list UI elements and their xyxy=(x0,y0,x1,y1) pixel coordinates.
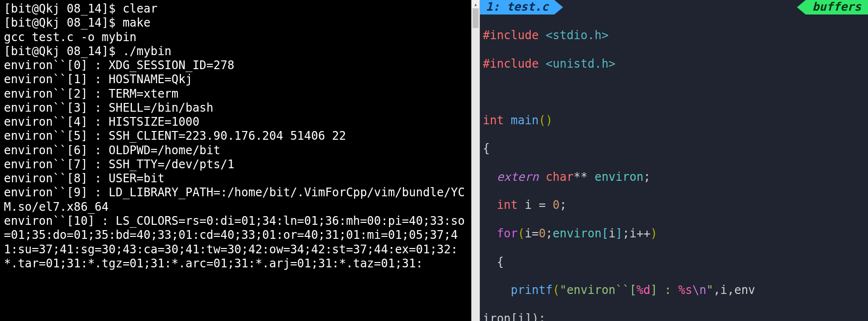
identifier: environ xyxy=(594,170,643,184)
shell-prompt: [bit@Qkj 08_14]$ xyxy=(4,16,123,29)
terminal-command-line: [bit@Qkj 08_14]$ make xyxy=(4,16,467,30)
include-header: <stdio.h> xyxy=(546,29,608,42)
function-name: main xyxy=(511,114,539,127)
number-literal: 0 xyxy=(553,198,560,212)
shell-command: make xyxy=(123,16,151,29)
type-keyword: char xyxy=(546,170,574,184)
string-literal: "environ``[ xyxy=(560,283,637,297)
terminal-output-line: environ``[1] : HOSTNAME=Qkj xyxy=(4,73,467,87)
terminal-output-line: environ``[7] : SSH_TTY=/dev/pts/1 xyxy=(4,158,467,172)
terminal-command-line: [bit@Qkj 08_14]$ clear xyxy=(4,2,467,16)
type-keyword: int xyxy=(483,114,504,127)
equals: = xyxy=(539,198,546,212)
for-keyword: for xyxy=(497,227,518,240)
terminal-output-line: environ``[8] : USER=bit xyxy=(4,172,467,186)
terminal-output-line: environ``[4] : HISTSIZE=1000 xyxy=(4,115,467,129)
buffers-indicator[interactable]: buffers xyxy=(806,0,868,15)
identifier: environ xyxy=(553,227,602,240)
terminal-output-line: environ``[5] : SSH_CLIENT=223.90.176.204… xyxy=(4,129,467,143)
editor-pane[interactable]: 1: test.c buffers #include <stdio.h> #in… xyxy=(480,0,868,321)
identifier: i xyxy=(525,227,532,240)
scrollbar-thumb[interactable] xyxy=(473,9,478,28)
string-literal: ] : xyxy=(651,283,679,297)
shell-command: ./mybin xyxy=(123,44,172,58)
terminal-output-line: gcc test.c -o mybin xyxy=(4,30,467,44)
format-specifier: %d xyxy=(637,283,651,297)
include-header: <unistd.h> xyxy=(546,57,616,71)
include-keyword: #include xyxy=(483,57,539,71)
tab-label: 1: test.c xyxy=(486,0,549,14)
escape-sequence: \n xyxy=(693,283,707,297)
terminal-output-line: environ``[2] : TERM=xterm xyxy=(4,87,467,101)
pointer-stars: ** xyxy=(574,170,588,184)
type-keyword: int xyxy=(497,198,518,212)
terminal-output-line: environ``[3] : SHELL=/bin/bash xyxy=(4,101,467,115)
format-specifier: %s xyxy=(679,283,693,297)
vertical-scrollbar[interactable]: ▴ xyxy=(471,0,480,321)
shell-prompt: [bit@Qkj 08_14]$ xyxy=(4,2,123,15)
number-literal: 0 xyxy=(539,227,546,240)
terminal-pane[interactable]: [bit@Qkj 08_14]$ clear[bit@Qkj 08_14]$ m… xyxy=(0,0,471,321)
tab-test-c[interactable]: 1: test.c xyxy=(480,0,554,15)
string-literal: " xyxy=(706,283,713,297)
terminal-output-line: environ``[6] : OLDPWD=/home/bit xyxy=(4,144,467,158)
terminal-output-line: environ``[0] : XDG_SESSION_ID=278 xyxy=(4,58,467,73)
wrapped-code: iron[i]); xyxy=(483,312,546,321)
terminal-output-line: environ``[10] : LS_COLORS=rs=0:di=01;34:… xyxy=(4,214,467,271)
editor-tabbar: 1: test.c buffers xyxy=(480,0,868,15)
shell-prompt: [bit@Qkj 08_14]$ xyxy=(4,44,123,58)
identifier: i xyxy=(525,198,532,212)
buffers-label: buffers xyxy=(812,0,861,14)
tabbar-spacer xyxy=(554,0,806,15)
extern-keyword: extern xyxy=(497,170,539,184)
shell-command: clear xyxy=(123,2,158,15)
function-name: printf xyxy=(511,283,553,297)
code-area[interactable]: #include <stdio.h> #include <unistd.h> i… xyxy=(480,15,868,321)
terminal-output-line: environ``[9] : LD_LIBRARY_PATH=:/home/bi… xyxy=(4,186,467,214)
include-keyword: #include xyxy=(483,29,539,42)
terminal-command-line: [bit@Qkj 08_14]$ ./mybin xyxy=(4,44,467,58)
scroll-up-icon[interactable]: ▴ xyxy=(472,0,479,9)
